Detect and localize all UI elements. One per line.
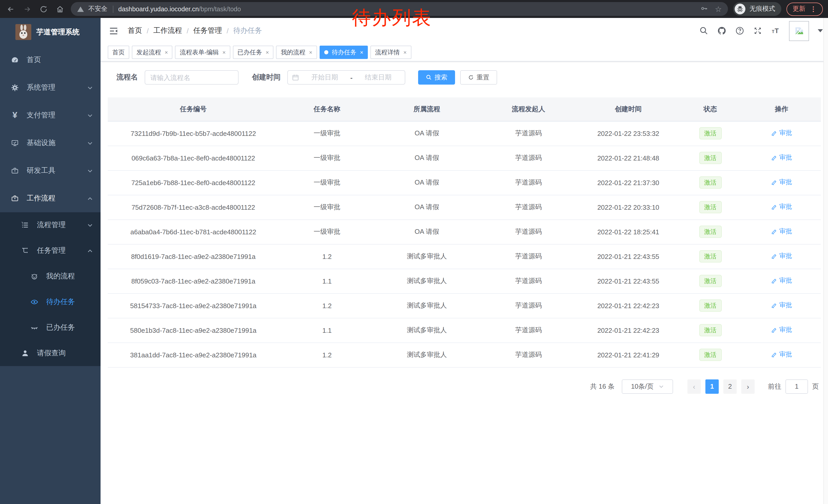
process-name-input[interactable] xyxy=(145,70,239,85)
fullscreen-icon[interactable] xyxy=(753,26,762,35)
table-row: 75d72608-7b7f-11ec-a3c8-acde48001122一级审批… xyxy=(108,195,821,220)
help-icon[interactable] xyxy=(735,26,744,35)
breadcrumb-item[interactable]: 任务管理 xyxy=(194,26,222,35)
task-name-cell: 一级审批 xyxy=(279,170,375,195)
sidebar-item-dev-tools[interactable]: 研发工具 xyxy=(0,157,100,185)
password-key-icon[interactable] xyxy=(700,4,708,13)
table-row: 381aa1dd-7ac8-11ec-a9e2-a2380e71991a1.2测… xyxy=(108,342,821,367)
process-cell: 测试多审批人 xyxy=(375,318,479,342)
sidebar-item-payment[interactable]: ¥ 支付管理 xyxy=(0,101,100,129)
reload-icon[interactable] xyxy=(38,3,49,15)
chevron-down-icon xyxy=(87,85,93,91)
sidebar-collapse-icon[interactable] xyxy=(100,26,127,36)
back-icon[interactable] xyxy=(5,3,16,15)
tab-my-process[interactable]: 我的流程× xyxy=(276,46,317,59)
page-scrollbar[interactable] xyxy=(823,18,828,504)
total-count: 共 16 条 xyxy=(590,382,615,391)
status-badge: 激活 xyxy=(699,127,721,139)
page-buttons: ‹ 1 2 › xyxy=(688,379,755,394)
breadcrumb-item[interactable]: 工作流程 xyxy=(153,26,182,35)
status-badge: 激活 xyxy=(699,226,721,238)
sidebar-item-label: 研发工具 xyxy=(27,166,55,175)
approve-label: 审批 xyxy=(779,277,792,285)
sidebar-item-infrastructure[interactable]: 基础设施 xyxy=(0,129,100,157)
app-logo xyxy=(15,24,31,40)
github-icon[interactable] xyxy=(717,26,727,35)
dashboard-icon xyxy=(10,56,19,64)
sidebar-item-leave-query[interactable]: 请假查询 xyxy=(0,340,100,366)
date-range-picker[interactable]: 开始日期 - 结束日期 xyxy=(287,70,405,85)
close-icon[interactable]: × xyxy=(360,49,364,55)
approve-button[interactable]: 审批 xyxy=(771,203,792,212)
tab-home[interactable]: 首页 xyxy=(108,46,129,59)
sidebar-item-process-management[interactable]: 流程管理 xyxy=(0,212,100,238)
chevron-down-icon xyxy=(87,222,93,228)
page-size-select[interactable]: 10条/页 xyxy=(622,379,673,394)
sidebar-item-my-process[interactable]: 我的流程 xyxy=(0,264,100,289)
create-time-label: 创建时间 xyxy=(252,73,281,82)
home-icon[interactable] xyxy=(54,3,66,15)
tab-process-detail[interactable]: 流程详情× xyxy=(370,46,411,59)
close-icon[interactable]: × xyxy=(222,49,226,55)
goto-page-input[interactable] xyxy=(785,379,808,394)
approve-label: 审批 xyxy=(779,351,792,359)
sidebar-item-home[interactable]: 首页 xyxy=(0,46,100,74)
search-icon[interactable] xyxy=(699,26,708,35)
tab-start-process[interactable]: 发起流程× xyxy=(132,46,173,59)
search-button[interactable]: 搜索 xyxy=(418,70,455,85)
task-id-cell: a6aba0a4-7b6d-11ec-b781-acde48001122 xyxy=(108,220,279,244)
sidebar-item-label: 工作流程 xyxy=(27,194,55,203)
task-id-cell: 75d72608-7b7f-11ec-a3c8-acde48001122 xyxy=(108,195,279,220)
toolbox-icon xyxy=(10,167,19,175)
approve-button[interactable]: 审批 xyxy=(771,153,792,162)
chevron-up-icon xyxy=(87,196,93,201)
chevron-down-icon xyxy=(87,112,93,118)
approve-button[interactable]: 审批 xyxy=(771,351,792,359)
tab-todo-tasks[interactable]: 待办任务× xyxy=(320,46,368,59)
close-icon[interactable]: × xyxy=(165,49,168,55)
forward-icon[interactable] xyxy=(22,3,33,15)
close-icon[interactable]: × xyxy=(309,49,313,55)
tab-label: 首页 xyxy=(112,48,125,57)
update-button[interactable]: 更新 ⋮ xyxy=(786,2,823,16)
start-date-placeholder: 开始日期 xyxy=(302,73,347,82)
status-badge: 激活 xyxy=(699,324,721,336)
reset-button[interactable]: 重置 xyxy=(460,70,497,85)
eye-icon xyxy=(30,298,39,306)
approve-button[interactable]: 审批 xyxy=(771,227,792,236)
col-task-id: 任务编号 xyxy=(108,97,279,121)
close-icon[interactable]: × xyxy=(266,49,269,55)
sidebar-item-todo-tasks[interactable]: 待办任务 xyxy=(0,289,100,315)
close-icon[interactable]: × xyxy=(403,49,407,55)
security-label[interactable]: 不安全 xyxy=(88,5,108,13)
approve-button[interactable]: 审批 xyxy=(771,301,792,310)
page-button-2[interactable]: 2 xyxy=(723,379,737,394)
sidebar-item-workflow[interactable]: 工作流程 xyxy=(0,185,100,212)
bookmark-star-icon[interactable]: ☆ xyxy=(715,5,722,13)
task-name-cell: 1.2 xyxy=(279,293,375,318)
prev-page-button[interactable]: ‹ xyxy=(688,379,701,394)
address-bar[interactable]: 不安全 dashboard.yudao.iocoder.cn/bpm/task/… xyxy=(71,2,728,16)
page-button-1[interactable]: 1 xyxy=(705,379,719,394)
monitor-icon xyxy=(10,139,19,147)
col-created: 创建时间 xyxy=(578,97,678,121)
approve-label: 审批 xyxy=(779,301,792,310)
approve-button[interactable]: 审批 xyxy=(771,178,792,187)
font-size-icon[interactable]: TT xyxy=(771,26,780,35)
sidebar-item-task-management[interactable]: 任务管理 xyxy=(0,238,100,264)
range-separator: - xyxy=(350,74,353,81)
approve-button[interactable]: 审批 xyxy=(771,252,792,261)
approve-button[interactable]: 审批 xyxy=(771,129,792,138)
tab-process-form-edit[interactable]: 流程表单-编辑× xyxy=(175,46,230,59)
breadcrumb-item[interactable]: 首页 xyxy=(128,26,142,35)
tab-done-tasks[interactable]: 已办任务× xyxy=(233,46,274,59)
approve-button[interactable]: 审批 xyxy=(771,326,792,334)
sidebar-item-done-tasks[interactable]: 已办任务 xyxy=(0,315,100,340)
avatar-caret-icon[interactable] xyxy=(818,28,823,33)
approve-button[interactable]: 审批 xyxy=(771,277,792,285)
menu-kebab-icon[interactable]: ⋮ xyxy=(810,5,817,13)
next-page-button[interactable]: › xyxy=(741,379,755,394)
app-logo-row[interactable]: 芋道管理系统 xyxy=(0,18,100,46)
sidebar-item-system[interactable]: 系统管理 xyxy=(0,74,100,101)
avatar[interactable] xyxy=(789,21,809,41)
